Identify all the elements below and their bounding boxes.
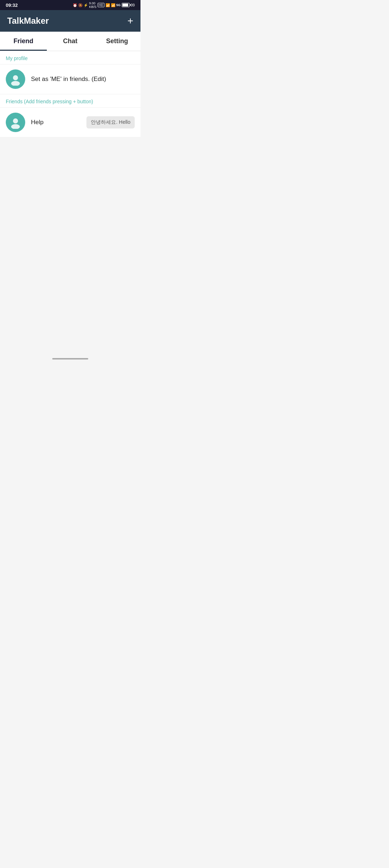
person-icon (9, 116, 22, 129)
friend-name-help: Help (31, 119, 86, 126)
5g-icon: 5G (116, 3, 121, 7)
tab-friend[interactable]: Friend (0, 32, 47, 51)
friend-row-help[interactable]: Help 안녕하세요. Hello (0, 108, 140, 137)
battery-level: 99 (131, 3, 135, 7)
status-bar: 09:32 ⏰ 🔕 ⚡ 9.00KB/S HD 📶 📶 5G 99 (0, 0, 140, 10)
wifi-icon: 📶 (106, 3, 110, 7)
tab-chat[interactable]: Chat (47, 32, 94, 51)
app-bar: TalkMaker + (0, 10, 140, 32)
svg-point-1 (11, 81, 20, 86)
home-indicator (0, 353, 140, 364)
content-area: My profile Set as 'ME' in friends. (Edit… (0, 51, 140, 137)
friend-avatar-help (6, 113, 25, 132)
battery-icon (122, 3, 130, 7)
alarm-icon: ⏰ (73, 3, 77, 7)
svg-point-0 (13, 75, 18, 80)
status-icons: ⏰ 🔕 ⚡ 9.00KB/S HD 📶 📶 5G 99 (73, 1, 135, 9)
home-bar (52, 358, 88, 360)
friends-section-header: Friends (Add friends pressing + button) (0, 94, 140, 108)
my-profile-row[interactable]: Set as 'ME' in friends. (Edit) (0, 64, 140, 94)
hd-icon: HD (98, 3, 104, 7)
status-time: 09:32 (6, 3, 18, 8)
svg-point-2 (13, 118, 18, 123)
mute-icon: 🔕 (78, 3, 82, 7)
my-profile-section-header: My profile (0, 51, 140, 64)
my-profile-name: Set as 'ME' in friends. (Edit) (31, 76, 106, 83)
tab-setting[interactable]: Setting (94, 32, 140, 51)
person-icon (9, 73, 22, 86)
friend-last-message-help: 안녕하세요. Hello (86, 116, 135, 128)
data-speed-text: 9.00KB/S (89, 1, 97, 9)
my-profile-avatar (6, 69, 25, 89)
add-button[interactable]: + (128, 16, 133, 26)
app-title: TalkMaker (7, 16, 49, 26)
bluetooth-icon: ⚡ (84, 3, 88, 7)
signal-icon: 📶 (111, 3, 115, 7)
svg-point-3 (11, 124, 20, 129)
tab-bar: Friend Chat Setting (0, 32, 140, 51)
empty-content-area (0, 137, 140, 353)
